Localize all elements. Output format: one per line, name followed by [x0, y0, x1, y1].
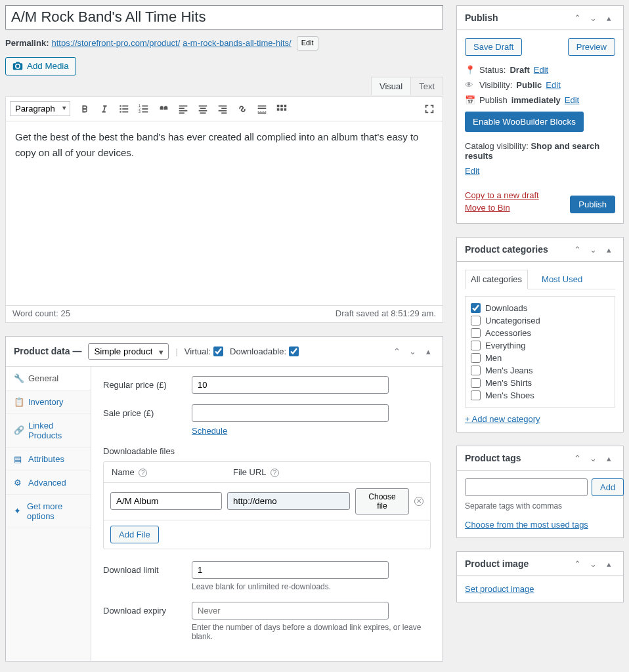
panel-toggle-icon[interactable]: ▴: [602, 557, 615, 570]
tab-all-categories[interactable]: All categories: [465, 270, 528, 289]
file-name-input[interactable]: [110, 492, 222, 510]
tab-general[interactable]: 🔧General: [6, 367, 91, 390]
chevron-down-icon[interactable]: ⌄: [406, 345, 419, 358]
permalink-slug[interactable]: a-m-rock-bands-all-time-hits/: [183, 38, 291, 48]
link-button[interactable]: [233, 100, 251, 118]
tags-title: Product tags: [465, 453, 571, 463]
chevron-down-icon[interactable]: ⌄: [586, 452, 599, 465]
bold-button[interactable]: [76, 100, 94, 118]
category-checkbox[interactable]: [471, 390, 481, 400]
italic-button[interactable]: [95, 100, 114, 118]
panel-toggle-icon[interactable]: ▴: [602, 243, 615, 256]
editor-content[interactable]: Get the best of the best the band's has …: [6, 121, 443, 305]
category-checkbox[interactable]: [471, 341, 481, 350]
chevron-up-icon[interactable]: ⌃: [571, 11, 584, 24]
tab-attributes[interactable]: ▤Attributes: [6, 448, 91, 471]
word-count: Word count: 25: [12, 308, 70, 318]
align-left-button[interactable]: [174, 100, 192, 118]
product-type-select[interactable]: Simple product: [88, 343, 169, 360]
chevron-down-icon[interactable]: ⌄: [586, 11, 599, 24]
help-icon[interactable]: ?: [271, 469, 279, 477]
panel-toggle-icon[interactable]: ▴: [602, 11, 615, 24]
category-checkbox[interactable]: [471, 378, 481, 388]
editor-tab-visual[interactable]: Visual: [371, 77, 411, 95]
add-media-button[interactable]: Add Media: [5, 57, 76, 75]
bullet-list-button[interactable]: [115, 100, 133, 118]
list-icon: 📋: [14, 397, 23, 407]
publish-button[interactable]: Publish: [570, 196, 615, 213]
category-checkbox[interactable]: [471, 316, 481, 326]
number-list-button[interactable]: 123: [135, 100, 153, 118]
quote-button[interactable]: [154, 100, 173, 118]
edit-status-link[interactable]: Edit: [534, 65, 548, 75]
schedule-link[interactable]: Schedule: [192, 426, 227, 436]
category-checkbox[interactable]: [471, 353, 481, 363]
format-select[interactable]: Paragraph: [10, 101, 70, 116]
svg-rect-22: [219, 110, 227, 111]
permalink-edit-button[interactable]: Edit: [297, 36, 318, 51]
tab-inventory[interactable]: 📋Inventory: [6, 390, 91, 414]
chevron-up-icon[interactable]: ⌃: [571, 243, 584, 256]
file-row: Choose file ✕: [104, 483, 430, 520]
file-url-input[interactable]: [227, 492, 350, 510]
edit-publish-date-link[interactable]: Edit: [565, 95, 579, 105]
svg-rect-31: [280, 108, 283, 111]
category-label: Uncategorised: [485, 316, 540, 326]
category-checkbox[interactable]: [471, 328, 481, 338]
save-draft-button[interactable]: Save Draft: [465, 38, 522, 56]
edit-visibility-link[interactable]: Edit: [546, 80, 560, 90]
panel-toggle-icon[interactable]: ▴: [422, 345, 435, 358]
more-button[interactable]: [253, 100, 271, 118]
downloadable-checkbox[interactable]: [289, 346, 299, 356]
virtual-checkbox[interactable]: [213, 346, 223, 356]
delete-file-icon[interactable]: ✕: [414, 497, 423, 506]
add-category-link[interactable]: + Add new category: [465, 414, 540, 424]
permalink-base[interactable]: https://storefront-pro.com/product/: [51, 38, 180, 48]
tags-input[interactable]: [465, 478, 588, 496]
svg-rect-30: [277, 108, 280, 111]
preview-button[interactable]: Preview: [568, 38, 615, 56]
virtual-checkbox-label: Virtual:: [184, 346, 223, 356]
edit-catalog-vis-link[interactable]: Edit: [465, 166, 479, 176]
tab-get-more[interactable]: ✦Get more options: [6, 495, 91, 528]
regular-price-input[interactable]: [192, 376, 389, 394]
chevron-up-icon[interactable]: ⌃: [390, 345, 403, 358]
category-checkbox[interactable]: [471, 303, 481, 313]
category-label: Men's Jeans: [485, 366, 533, 375]
add-file-button[interactable]: Add File: [110, 526, 159, 543]
chevron-down-icon[interactable]: ⌄: [586, 243, 599, 256]
enable-woobuilder-button[interactable]: Enable WooBuilder Blocks: [465, 112, 584, 132]
tag-icon: ▤: [14, 454, 23, 464]
download-limit-input[interactable]: [192, 561, 389, 579]
toolbar-toggle-button[interactable]: [272, 100, 291, 118]
choose-file-button[interactable]: Choose file: [355, 488, 409, 514]
gear-icon: ⚙: [14, 478, 23, 488]
editor-tab-text[interactable]: Text: [410, 77, 443, 95]
set-product-image-link[interactable]: Set product image: [465, 584, 534, 594]
chevron-down-icon[interactable]: ⌄: [586, 557, 599, 570]
panel-toggle-icon[interactable]: ▴: [602, 452, 615, 465]
move-to-bin-link[interactable]: Move to Bin: [465, 203, 539, 213]
align-right-button[interactable]: [213, 100, 232, 118]
add-tag-button[interactable]: Add: [592, 478, 624, 496]
category-label: Downloads: [485, 303, 527, 313]
help-icon[interactable]: ?: [139, 469, 147, 477]
download-expiry-input[interactable]: [192, 602, 389, 620]
regular-price-label: Regular price (£): [103, 376, 192, 390]
fullscreen-button[interactable]: [420, 100, 439, 118]
align-center-button[interactable]: [194, 100, 212, 118]
tab-most-used[interactable]: Most Used: [536, 270, 588, 289]
category-item: Downloads: [471, 302, 609, 314]
chevron-up-icon[interactable]: ⌃: [571, 557, 584, 570]
download-expiry-label: Download expiry: [103, 602, 192, 616]
tab-advanced[interactable]: ⚙Advanced: [6, 471, 91, 495]
category-checkbox[interactable]: [471, 366, 481, 375]
sale-price-input[interactable]: [192, 404, 389, 422]
product-title-input[interactable]: [5, 5, 443, 30]
choose-most-used-tags-link[interactable]: Choose from the most used tags: [465, 520, 588, 530]
tab-linked[interactable]: 🔗Linked Products: [6, 414, 91, 448]
svg-rect-27: [277, 104, 280, 107]
category-label: Men's Shoes: [485, 390, 534, 400]
chevron-up-icon[interactable]: ⌃: [571, 452, 584, 465]
copy-draft-link[interactable]: Copy to a new draft: [465, 190, 539, 200]
